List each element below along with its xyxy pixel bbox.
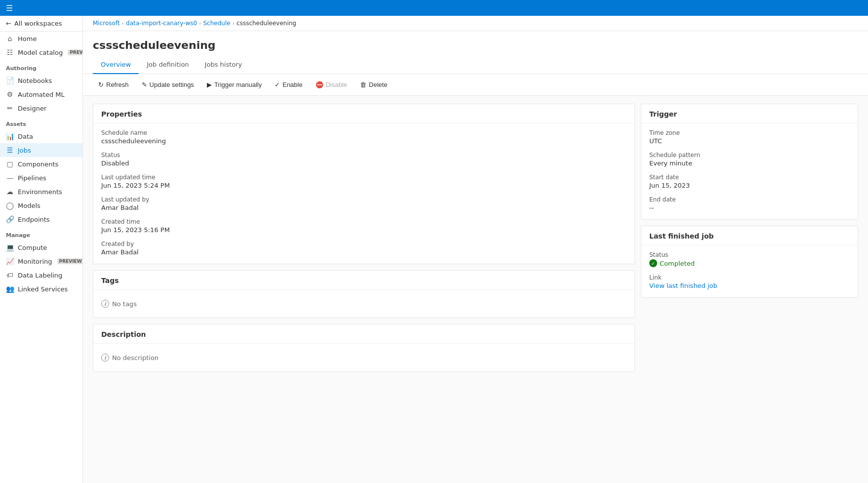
- no-tags-row: i No tags: [101, 296, 627, 312]
- hamburger-menu-icon[interactable]: ☰: [4, 1, 15, 15]
- sidebar-endpoints-label: Endpoints: [18, 216, 50, 223]
- tab-jobs-history[interactable]: Jobs history: [197, 56, 250, 74]
- tab-overview[interactable]: Overview: [93, 56, 139, 74]
- delete-button[interactable]: 🗑 Delete: [355, 78, 393, 91]
- sidebar-item-home[interactable]: ⌂ Home: [0, 32, 82, 45]
- section-authoring: Authoring: [0, 59, 82, 74]
- trigger-manually-label: Trigger manually: [214, 81, 262, 88]
- prop-start-date: Start date Jun 15, 2023: [649, 174, 850, 189]
- sidebar-item-endpoints[interactable]: 🔗 Endpoints: [0, 212, 82, 226]
- sidebar-item-compute[interactable]: 💻 Compute: [0, 241, 82, 254]
- refresh-button[interactable]: ↻ Refresh: [93, 78, 134, 91]
- sidebar-jobs-label: Jobs: [18, 147, 31, 154]
- breadcrumb-schedule[interactable]: Schedule: [203, 20, 231, 27]
- no-description-text: No description: [112, 354, 158, 362]
- preview-badge: PREVIEW: [68, 49, 83, 55]
- environments-icon: ☁: [6, 188, 14, 196]
- trigger-card-body: Time zone UTC Schedule pattern Every min…: [641, 123, 858, 219]
- sidebar-item-designer[interactable]: ✏ Designer: [0, 101, 82, 115]
- description-card-body: i No description: [93, 344, 634, 371]
- prop-job-status: Status ✓ Completed: [649, 251, 850, 267]
- trigger-card: Trigger Time zone UTC Schedule pattern E…: [641, 104, 858, 220]
- section-assets: Assets: [0, 115, 82, 129]
- sidebar-designer-label: Designer: [18, 105, 46, 112]
- job-status-label: Status: [649, 251, 850, 258]
- breadcrumb-microsoft[interactable]: Microsoft: [93, 20, 120, 27]
- sidebar-item-environments[interactable]: ☁ Environments: [0, 185, 82, 199]
- home-icon: ⌂: [6, 35, 14, 42]
- sidebar-item-model-catalog[interactable]: ☷ Model catalog PREVIEW: [0, 45, 82, 59]
- breadcrumb-sep-3: ›: [233, 20, 235, 27]
- compute-icon: 💻: [6, 243, 14, 251]
- trigger-card-title: Trigger: [641, 104, 858, 123]
- schedule-pattern-value: Every minute: [649, 160, 850, 167]
- completed-checkmark-icon: ✓: [649, 259, 657, 267]
- sidebar-item-linked-services[interactable]: 👥 Linked Services: [0, 282, 82, 296]
- models-icon: ◯: [6, 201, 14, 209]
- tags-card-body: i No tags: [93, 290, 634, 318]
- sidebar-data-label: Data: [18, 133, 33, 140]
- tags-card: Tags i No tags: [93, 270, 635, 318]
- sidebar-components-label: Components: [18, 161, 58, 168]
- sidebar-pipelines-label: Pipelines: [18, 174, 46, 182]
- properties-card: Properties Schedule name cssscheduleeven…: [93, 104, 635, 264]
- last-finished-job-card: Last finished job Status ✓ Completed Lin…: [641, 226, 858, 298]
- prop-last-updated-by: Last updated by Amar Badal: [101, 196, 627, 211]
- tags-card-title: Tags: [93, 271, 634, 290]
- end-date-value: --: [649, 204, 850, 211]
- trigger-manually-button[interactable]: ▶ Trigger manually: [201, 78, 267, 91]
- automated-ml-icon: ⚙: [6, 90, 14, 98]
- schedule-pattern-label: Schedule pattern: [649, 152, 850, 159]
- sidebar-item-jobs[interactable]: ☰ Jobs: [0, 143, 82, 157]
- job-link-label: Link: [649, 274, 850, 281]
- disable-button[interactable]: ⛔ Disable: [310, 78, 353, 91]
- enable-label: Enable: [282, 81, 302, 88]
- sidebar-item-data-labeling[interactable]: 🏷 Data Labeling: [0, 268, 82, 282]
- trigger-icon: ▶: [207, 81, 212, 88]
- sidebar-item-monitoring[interactable]: 📈 Monitoring PREVIEW: [0, 254, 82, 268]
- update-settings-label: Update settings: [150, 81, 194, 88]
- toolbar: ↻ Refresh ✎ Update settings ▶ Trigger ma…: [83, 74, 868, 96]
- enable-button[interactable]: ✓ Enable: [269, 78, 308, 91]
- update-settings-button[interactable]: ✎ Update settings: [136, 78, 199, 91]
- start-date-label: Start date: [649, 174, 850, 181]
- status-value: Disabled: [101, 160, 627, 167]
- endpoints-icon: 🔗: [6, 215, 14, 223]
- monitoring-icon: 📈: [6, 257, 14, 265]
- sidebar-monitoring-label: Monitoring: [18, 258, 52, 265]
- content-area: Microsoft › data-import-canary-ws0 › Sch…: [83, 16, 868, 483]
- panels-row: Properties Schedule name cssscheduleeven…: [83, 96, 868, 380]
- delete-label: Delete: [369, 81, 388, 88]
- sidebar-data-labeling-label: Data Labeling: [18, 272, 62, 279]
- sidebar-item-pipelines[interactable]: ⸻ Pipelines: [0, 171, 82, 185]
- sidebar-item-automated-ml[interactable]: ⚙ Automated ML: [0, 87, 82, 101]
- all-workspaces-link[interactable]: ← All workspaces: [0, 16, 82, 32]
- main-layout: ← All workspaces ⌂ Home ☷ Model catalog …: [0, 16, 868, 483]
- created-by-label: Created by: [101, 241, 627, 247]
- sidebar-compute-label: Compute: [18, 244, 47, 251]
- info-icon-desc: i: [101, 354, 109, 362]
- last-updated-by-label: Last updated by: [101, 196, 627, 203]
- disable-icon: ⛔: [316, 81, 323, 88]
- prop-schedule-name: Schedule name cssscheduleevening: [101, 129, 627, 145]
- tab-job-definition[interactable]: Job definition: [139, 56, 197, 74]
- sidebar-item-models[interactable]: ◯ Models: [0, 199, 82, 212]
- start-date-value: Jun 15, 2023: [649, 182, 850, 189]
- properties-card-title: Properties: [93, 104, 634, 123]
- breadcrumb-sep-1: ›: [122, 20, 124, 27]
- prop-time-zone: Time zone UTC: [649, 129, 850, 145]
- time-zone-value: UTC: [649, 137, 850, 145]
- view-last-finished-job-link[interactable]: View last finished job: [649, 282, 717, 289]
- no-tags-text: No tags: [112, 300, 137, 308]
- sidebar-notebooks-label: Notebooks: [18, 77, 52, 84]
- sidebar-item-data[interactable]: 📊 Data: [0, 129, 82, 143]
- status-label: Status: [101, 152, 627, 159]
- sidebar-item-notebooks[interactable]: 📄 Notebooks: [0, 74, 82, 87]
- created-time-value: Jun 15, 2023 5:16 PM: [101, 226, 627, 234]
- prop-created-by: Created by Amar Badal: [101, 241, 627, 256]
- page-title: cssscheduleevening: [93, 39, 858, 51]
- notebooks-icon: 📄: [6, 77, 14, 84]
- breadcrumb-workspace[interactable]: data-import-canary-ws0: [126, 20, 197, 27]
- sidebar-item-components[interactable]: ▢ Components: [0, 157, 82, 171]
- back-arrow-icon: ←: [6, 20, 11, 27]
